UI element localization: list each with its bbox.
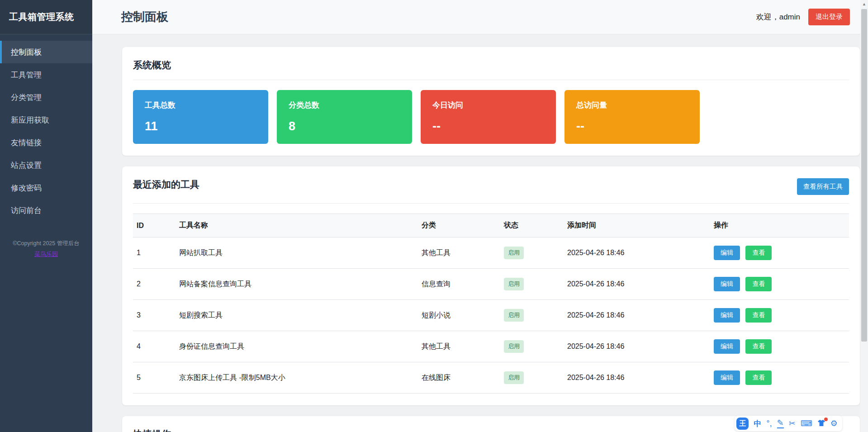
status-badge: 启用 <box>504 371 524 384</box>
ime-scissors-icon[interactable]: ✂ <box>789 419 796 427</box>
col-category: 分类 <box>418 214 500 237</box>
copyright-link[interactable]: 菜鸟乐园 <box>34 250 58 258</box>
recent-tools-table: ID 工具名称 分类 状态 添加时间 操作 1 网站扒取工具 其他工具 启用 2 <box>133 214 849 394</box>
recent-tools-title: 最近添加的工具 <box>133 178 199 191</box>
cell-id: 1 <box>133 237 175 269</box>
stat-label: 今日访问 <box>432 100 544 110</box>
ime-skin-shirt-icon[interactable] <box>817 419 825 428</box>
edit-button[interactable]: 编辑 <box>714 246 740 260</box>
cell-category: 其他工具 <box>418 237 500 269</box>
stat-value: 8 <box>289 119 400 133</box>
page-title: 控制面板 <box>121 9 168 25</box>
stat-label: 分类总数 <box>289 100 400 110</box>
divider <box>133 80 849 80</box>
edit-button[interactable]: 编辑 <box>714 308 740 323</box>
cell-category: 信息查询 <box>418 269 500 300</box>
edit-button[interactable]: 编辑 <box>714 339 740 354</box>
view-button[interactable]: 查看 <box>745 246 772 260</box>
divider <box>133 203 849 204</box>
scrollbar-thumb[interactable] <box>861 9 867 342</box>
cell-time: 2025-04-26 18:46 <box>564 300 710 331</box>
cell-category: 短剧小说 <box>418 300 500 331</box>
edit-button[interactable]: 编辑 <box>714 277 740 291</box>
ime-logo-icon[interactable]: 王 <box>736 418 749 430</box>
table-row: 1 网站扒取工具 其他工具 启用 2025-04-26 18:46 编辑 查看 <box>133 237 849 269</box>
notification-dot <box>824 418 828 421</box>
recent-tools-card: 最近添加的工具 查看所有工具 ID 工具名称 分类 状态 添加时间 操作 <box>122 166 860 405</box>
stat-value: 11 <box>145 119 256 133</box>
stat-card-today-visits: 今日访问 -- <box>421 90 556 144</box>
cell-id: 2 <box>133 269 175 300</box>
sidebar-nav: 控制面板 工具管理 分类管理 新应用获取 友情链接 站点设置 修改密码 访问前台 <box>0 41 92 222</box>
edit-button[interactable]: 编辑 <box>714 370 740 385</box>
content: 系统概览 工具总数 11 分类总数 8 今日访问 -- 总访问量 -- <box>92 34 868 432</box>
cell-id: 3 <box>133 300 175 331</box>
stats-row: 工具总数 11 分类总数 8 今日访问 -- 总访问量 -- <box>133 90 849 144</box>
ime-keyboard-icon[interactable]: ⌨ <box>801 419 812 427</box>
cell-name: 京东图床上传工具 -限制5MB大小 <box>175 362 418 394</box>
logout-button[interactable]: 退出登录 <box>808 9 850 25</box>
sidebar: 工具箱管理系统 控制面板 工具管理 分类管理 新应用获取 友情链接 站点设置 修… <box>0 0 92 432</box>
cell-time: 2025-04-26 18:46 <box>564 237 710 269</box>
status-badge: 启用 <box>504 247 524 259</box>
cell-id: 4 <box>133 331 175 362</box>
cell-id: 5 <box>133 362 175 394</box>
cell-time: 2025-04-26 18:46 <box>564 331 710 362</box>
page-header: 控制面板 欢迎，admin 退出登录 <box>92 0 868 34</box>
ime-settings-gear-icon[interactable]: ⚙ <box>830 419 838 427</box>
sidebar-item-dashboard[interactable]: 控制面板 <box>0 41 92 63</box>
cell-name: 身份证信息查询工具 <box>175 331 418 362</box>
sidebar-item-visit-frontend[interactable]: 访问前台 <box>0 199 92 222</box>
cell-name: 网站备案信息查询工具 <box>175 269 418 300</box>
cell-category: 在线图床 <box>418 362 500 394</box>
table-row: 5 京东图床上传工具 -限制5MB大小 在线图床 启用 2025-04-26 1… <box>133 362 849 394</box>
app-title: 工具箱管理系统 <box>0 0 92 34</box>
cell-name: 短剧搜索工具 <box>175 300 418 331</box>
view-button[interactable]: 查看 <box>745 308 772 323</box>
view-button[interactable]: 查看 <box>745 370 772 385</box>
sidebar-item-new-apps[interactable]: 新应用获取 <box>0 109 92 131</box>
ime-chinese-mode-icon[interactable]: 中 <box>754 420 761 427</box>
stat-label: 总访问量 <box>576 100 688 110</box>
welcome-text: 欢迎，admin <box>756 12 800 22</box>
table-header-row: ID 工具名称 分类 状态 添加时间 操作 <box>133 214 849 237</box>
stat-card-total-tools: 工具总数 11 <box>133 90 268 144</box>
col-name: 工具名称 <box>175 214 418 237</box>
ime-handwriting-pencil-icon[interactable]: ✎ <box>777 419 784 428</box>
ime-punctuation-icon[interactable]: °, <box>766 419 772 427</box>
overview-title: 系统概览 <box>133 59 849 71</box>
copyright-text: ©Copyright 2025 管理后台 <box>0 240 92 247</box>
table-row: 4 身份证信息查询工具 其他工具 启用 2025-04-26 18:46 编辑 … <box>133 331 849 362</box>
view-button[interactable]: 查看 <box>745 339 772 354</box>
col-status: 状态 <box>500 214 564 237</box>
stat-label: 工具总数 <box>145 100 256 110</box>
table-row: 3 短剧搜索工具 短剧小说 启用 2025-04-26 18:46 编辑 查看 <box>133 300 849 331</box>
col-id: ID <box>133 214 175 237</box>
sidebar-item-site-settings[interactable]: 站点设置 <box>0 154 92 176</box>
ime-toolbar: 王 中 °, ✎ ✂ ⌨ ⚙ <box>735 416 842 431</box>
view-all-tools-button[interactable]: 查看所有工具 <box>797 178 849 195</box>
status-badge: 启用 <box>504 309 524 322</box>
vertical-scrollbar[interactable]: ▲ <box>860 0 868 432</box>
col-time: 添加时间 <box>564 214 710 237</box>
view-button[interactable]: 查看 <box>745 277 772 291</box>
status-badge: 启用 <box>504 278 524 290</box>
sidebar-item-categories[interactable]: 分类管理 <box>0 86 92 109</box>
sidebar-item-tools[interactable]: 工具管理 <box>0 63 92 86</box>
sidebar-footer: ©Copyright 2025 管理后台 菜鸟乐园 <box>0 240 92 258</box>
cell-time: 2025-04-26 18:46 <box>564 362 710 394</box>
stat-card-total-categories: 分类总数 8 <box>277 90 412 144</box>
stat-value: -- <box>576 119 688 133</box>
sidebar-item-change-password[interactable]: 修改密码 <box>0 176 92 199</box>
cell-time: 2025-04-26 18:46 <box>564 269 710 300</box>
header-right: 欢迎，admin 退出登录 <box>756 9 850 25</box>
stat-card-total-visits: 总访问量 -- <box>564 90 700 144</box>
main-area: 控制面板 欢迎，admin 退出登录 系统概览 工具总数 11 分类总数 8 今… <box>92 0 868 432</box>
overview-card: 系统概览 工具总数 11 分类总数 8 今日访问 -- 总访问量 -- <box>122 47 860 156</box>
scroll-up-arrow-icon[interactable]: ▲ <box>860 2 868 6</box>
cell-category: 其他工具 <box>418 331 500 362</box>
cell-name: 网站扒取工具 <box>175 237 418 269</box>
table-row: 2 网站备案信息查询工具 信息查询 启用 2025-04-26 18:46 编辑… <box>133 269 849 300</box>
sidebar-item-links[interactable]: 友情链接 <box>0 131 92 154</box>
stat-value: -- <box>432 119 544 133</box>
